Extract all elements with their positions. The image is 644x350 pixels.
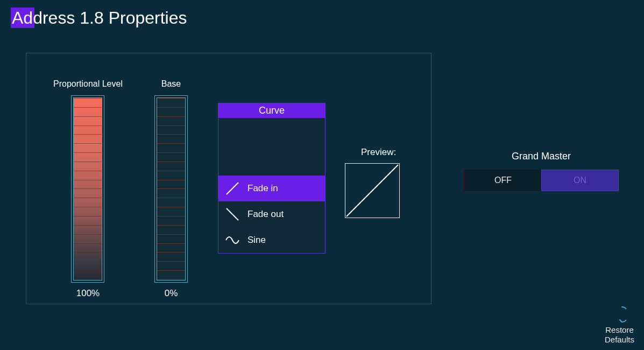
proportional-level-group: Proportional Level 100% [53, 79, 123, 299]
base-value: 0% [165, 288, 178, 299]
fade-in-icon [225, 181, 240, 196]
preview-curve-icon [345, 164, 399, 218]
grand-master-group: Grand Master OFF ON [464, 151, 619, 191]
base-label: Base [161, 79, 181, 89]
svg-line-2 [346, 165, 398, 216]
proportional-level-value: 100% [76, 288, 100, 299]
curve-header: Curve [218, 103, 325, 118]
base-slider[interactable] [154, 95, 188, 283]
grand-master-off-button[interactable]: OFF [464, 170, 541, 191]
curve-item-fade-out[interactable]: Fade out [218, 201, 325, 227]
proportional-level-label: Proportional Level [53, 79, 123, 89]
restore-defaults-label: RestoreDefaults [605, 325, 634, 345]
base-group: Base 0% [154, 79, 188, 299]
restore-defaults-button[interactable]: RestoreDefaults [605, 305, 634, 345]
curve-item-fade-in[interactable]: Fade in [218, 176, 325, 201]
curve-item-label: Fade out [247, 209, 284, 220]
curve-list-panel: Curve Fade in Fade out Sine [218, 103, 325, 254]
curve-item-label: Sine [247, 235, 266, 246]
svg-line-1 [227, 208, 238, 220]
page-title-wrap: Address 1.8 Properties [11, 8, 187, 28]
restore-arrow-icon [612, 305, 626, 324]
grand-master-on-button[interactable]: ON [541, 170, 619, 191]
sine-icon [225, 233, 240, 248]
curve-preview [345, 163, 400, 218]
fade-out-icon [225, 207, 240, 222]
grand-master-label: Grand Master [464, 151, 619, 162]
page-title: Address 1.8 Properties [12, 8, 187, 28]
curve-item-label: Fade in [247, 183, 278, 194]
preview-label: Preview: [361, 147, 396, 158]
curve-item-sine[interactable]: Sine [218, 227, 325, 253]
grand-master-toggle: OFF ON [464, 170, 619, 191]
properties-panel: Proportional Level 100% Base [26, 53, 431, 304]
svg-line-0 [227, 183, 238, 194]
proportional-level-slider[interactable] [71, 95, 104, 283]
